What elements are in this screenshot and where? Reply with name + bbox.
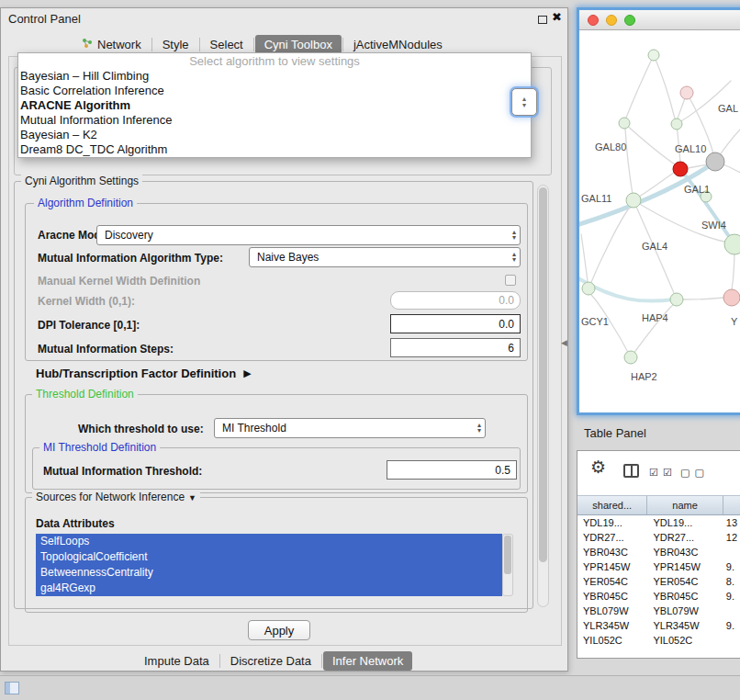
manual-kernel-checkbox[interactable] <box>505 275 516 286</box>
network-node[interactable] <box>723 289 740 306</box>
table-row[interactable]: YPR145WYPR145W9. <box>577 559 740 574</box>
attributes-list-scrollbar[interactable] <box>502 534 513 596</box>
expanded-triangle-icon: ▼ <box>188 493 196 502</box>
network-node[interactable] <box>724 234 740 254</box>
column-header-shared[interactable]: shared... <box>577 496 647 514</box>
which-threshold-value: MI Threshold <box>222 422 286 435</box>
settings-scrollbar[interactable] <box>537 185 549 607</box>
dpi-tolerance-field[interactable]: 0.0 <box>390 314 521 333</box>
table-cell: YBL079W <box>647 604 723 618</box>
network-node[interactable] <box>673 162 688 176</box>
minimized-panel-icon[interactable] <box>5 682 19 694</box>
table-cell: YDL19... <box>647 515 723 530</box>
network-canvas[interactable]: GALGAL80GAL10GAL11GAL1SWI4GAL4GCY1HAP4YH… <box>579 30 740 412</box>
network-node[interactable] <box>619 118 630 129</box>
tab-separator <box>151 38 152 51</box>
select-all-columns-icon[interactable]: ☑ ☑ <box>649 467 673 479</box>
table-panel-title: Table Panel <box>584 426 646 440</box>
attribute-item-selfloops[interactable]: SelfLoops <box>36 534 502 549</box>
network-node[interactable] <box>680 86 693 99</box>
mi-threshold-field[interactable]: 0.5 <box>387 460 517 480</box>
network-node-label: GAL4 <box>642 241 667 252</box>
network-node[interactable] <box>671 119 682 130</box>
tab-cyni-toolbox[interactable]: Cyni Toolbox <box>255 35 342 54</box>
network-edge[interactable] <box>654 55 675 119</box>
bottom-tab-discretize-data[interactable]: Discretize Data <box>221 651 320 671</box>
tab-style[interactable]: Style <box>153 35 198 54</box>
scrollbar-thumb[interactable] <box>504 536 511 574</box>
network-node[interactable] <box>648 50 659 61</box>
tab-network[interactable]: Network <box>73 35 151 54</box>
network-edge[interactable] <box>625 129 633 200</box>
tab-select[interactable]: Select <box>201 35 252 54</box>
attribute-item-betweennesscentrality[interactable]: BetweennessCentrality <box>36 565 502 581</box>
algorithm-combobox-stepper[interactable]: ▴▾ <box>511 88 537 116</box>
algorithm-option-dream8-dc-tdc-algorithm[interactable]: Dream8 DC_TDC Algorithm <box>18 142 531 157</box>
column-header-name[interactable]: name <box>647 496 723 514</box>
deselect-all-columns-icon[interactable]: ▢ ▢ <box>680 467 705 479</box>
aracne-mode-combobox[interactable]: Discovery ▴▾ <box>96 225 521 245</box>
network-node[interactable] <box>626 193 641 208</box>
splitter-collapse-icon[interactable]: ◀ <box>561 338 567 347</box>
table-row[interactable]: YBR043CYBR043C <box>577 545 740 559</box>
dpi-tolerance-value: 0.0 <box>499 318 514 331</box>
float-window-icon[interactable] <box>538 16 547 24</box>
zoom-button[interactable] <box>624 15 635 26</box>
attribute-item-gal4rgexp[interactable]: gal4RGexp <box>36 581 502 596</box>
gear-icon[interactable]: ⚙ <box>590 457 606 478</box>
network-node[interactable] <box>706 152 724 171</box>
network-edge[interactable] <box>626 55 654 118</box>
bottom-tabs: Impute DataDiscretize DataInfer Network <box>135 650 412 671</box>
network-node[interactable] <box>670 293 683 306</box>
hub-definition-toggle[interactable]: Hub/Transcription Factor Definition ▶ <box>36 367 252 380</box>
columns-icon[interactable] <box>623 464 639 478</box>
table-row[interactable]: YIL052CYIL052C <box>577 633 740 648</box>
attribute-item-topologicalcoefficient[interactable]: TopologicalCoefficient <box>36 549 502 565</box>
table-row[interactable]: YBL079WYBL079W <box>577 604 740 618</box>
which-threshold-label: Which threshold to use: <box>78 423 204 435</box>
tab-separator <box>219 654 220 668</box>
algorithm-option-basic-correlation-inference[interactable]: Basic Correlation Inference <box>18 84 531 98</box>
table-cell: YIL052C <box>647 633 723 648</box>
minimize-button[interactable] <box>606 15 617 26</box>
tab-label: Style <box>163 38 189 51</box>
table-row[interactable]: YDL19...YDL19...13 <box>577 515 740 530</box>
network-canvas-svg[interactable]: GALGAL80GAL10GAL11GAL1SWI4GAL4GCY1HAP4YH… <box>579 30 740 412</box>
sources-group-title[interactable]: Sources for Network Inference▼ <box>32 491 200 503</box>
tab-separator <box>199 38 200 51</box>
settings-group-title: Cyni Algorithm Settings <box>21 175 142 187</box>
algorithm-option-mutual-information-inference[interactable]: Mutual Information Inference <box>18 113 531 128</box>
table-body: YDL19...YDL19...13YDR27...YDR27...12YBR0… <box>577 515 740 658</box>
apply-button[interactable]: Apply <box>248 620 310 640</box>
network-node-label: HAP4 <box>642 312 668 323</box>
algorithm-option-bayesian-k2[interactable]: Bayesian – K2 <box>18 128 531 142</box>
sources-title-label: Sources for Network Inference <box>36 491 185 503</box>
network-node[interactable] <box>582 282 595 295</box>
combo-stepper-icon: ▴▾ <box>512 230 516 241</box>
algorithm-option-aracne-algorithm[interactable]: ARACNE Algorithm <box>18 98 531 113</box>
mi-type-combobox[interactable]: Naive Bayes ▴▾ <box>249 247 521 267</box>
table-row[interactable]: YLR345WYLR345W9. <box>577 618 740 633</box>
close-button[interactable] <box>588 15 599 26</box>
algorithm-option-bayesian-hill-climbing[interactable]: Bayesian – Hill Climbing <box>18 69 531 84</box>
bottom-tab-infer-network[interactable]: Infer Network <box>323 651 412 671</box>
network-icon <box>82 38 93 51</box>
network-node[interactable] <box>624 351 637 364</box>
bottom-tab-impute-data[interactable]: Impute Data <box>135 651 219 671</box>
apply-button-label: Apply <box>264 624 295 638</box>
table-row[interactable]: YDR27...YDR27...12 <box>577 530 740 545</box>
close-icon[interactable]: ✖ <box>552 10 562 24</box>
kernel-width-field[interactable]: 0.0 <box>390 291 521 310</box>
mi-steps-field[interactable]: 6 <box>390 338 521 357</box>
column-header-extra[interactable] <box>723 496 740 514</box>
table-row[interactable]: YER054CYER054C8. <box>577 574 740 589</box>
table-row[interactable]: YBR045CYBR045C9. <box>577 589 740 604</box>
scrollbar-thumb[interactable] <box>539 187 547 562</box>
network-window-titlebar[interactable] <box>579 10 740 30</box>
which-threshold-combobox[interactable]: MI Threshold ▴▾ <box>214 418 486 438</box>
tab-jactivemnodules[interactable]: jActiveMNodules <box>344 35 452 54</box>
network-edge[interactable] <box>624 123 678 166</box>
network-edge[interactable] <box>683 298 723 299</box>
mi-threshold-group-title: MI Threshold Definition <box>39 441 160 454</box>
network-edge[interactable] <box>682 172 734 244</box>
